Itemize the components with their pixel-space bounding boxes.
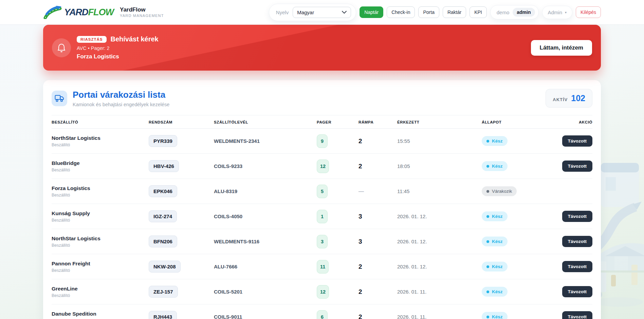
supplier-name: Pannon Freight	[52, 261, 149, 267]
depart-button[interactable]: Távozott	[562, 161, 593, 172]
status-dot-icon	[486, 190, 489, 193]
plate-chip: IGZ-274	[149, 210, 177, 222]
pager-chip: 12	[317, 285, 329, 299]
alert-banner: RIASZTÁS Behívást kérek AVC • Pager: 2 F…	[43, 25, 601, 71]
status-label: Kész	[492, 239, 503, 244]
depart-button[interactable]: Távozott	[562, 286, 593, 297]
alert-meta: AVC • Pager: 2	[77, 45, 159, 51]
col-arrived: ÉRKEZETT	[397, 120, 482, 124]
table-row: GreenLine Beszállító ZEJ-157 COILS-5201 …	[52, 279, 592, 304]
language-select[interactable]: Magyar	[293, 7, 351, 18]
col-delivery-note: SZÁLLÍTÓLEVÉL	[214, 120, 317, 124]
status-label: Várakozik	[492, 189, 512, 194]
pager-chip: 6	[317, 310, 328, 319]
ramp-number: —	[358, 188, 397, 194]
page-title: Portai várakozási lista	[73, 90, 169, 100]
user-role-badge: admin	[513, 8, 535, 17]
user-pill: demo admin	[490, 5, 539, 19]
arrived-time: 2026. 01. 12.	[397, 239, 482, 244]
delivery-note: COILS-4050	[214, 213, 317, 219]
supplier-sublabel: Beszállító	[52, 293, 149, 298]
status-label: Kész	[492, 214, 503, 219]
supplier-sublabel: Beszállító	[52, 243, 149, 248]
supplier-name: NorthStar Logistics	[52, 135, 149, 141]
nav-gate-button[interactable]: Porta	[418, 6, 439, 18]
nav-checkin-button[interactable]: Check-in	[387, 6, 415, 18]
plate-chip: EPK046	[149, 185, 177, 197]
supplier-sublabel: Beszállító	[52, 268, 149, 273]
status-dot-icon	[486, 290, 489, 293]
status-badge: Kész	[482, 262, 508, 271]
ramp-number: 2	[358, 313, 397, 319]
top-header: YARDFLOW YardFlow YARD MANAGEMENT Nyelv …	[0, 0, 644, 24]
bell-icon	[52, 38, 71, 57]
supplier-name: Kunság Supply	[52, 210, 149, 217]
status-badge: Kész	[482, 287, 508, 297]
status-label: Kész	[492, 264, 503, 269]
status-badge: Kész	[482, 136, 508, 146]
alert-acknowledge-button[interactable]: Láttam, intézem	[531, 40, 592, 56]
caret-down-icon: ▾	[565, 11, 567, 14]
pager-chip: 1	[317, 210, 328, 223]
ramp-number: 3	[358, 213, 397, 220]
col-plate: RENDSZÁM	[149, 120, 214, 124]
plate-chip: HBV-426	[149, 160, 179, 172]
delivery-note: COILS-9233	[214, 163, 317, 169]
supplier-name: Forza Logistics	[52, 185, 149, 191]
depart-button[interactable]: Távozott	[562, 135, 593, 147]
depart-button[interactable]: Távozott	[562, 261, 593, 272]
status-dot-icon	[486, 165, 489, 168]
arrived-time: 2026. 01. 12.	[397, 213, 482, 219]
status-badge: Kész	[482, 312, 508, 319]
language-pill: Nyelv Magyar	[269, 4, 356, 21]
waiting-list-card: Portai várakozási lista Kamionok és beha…	[43, 80, 601, 319]
supplier-sublabel: Beszállító	[52, 168, 149, 172]
nav-warehouse-button[interactable]: Raktár	[443, 6, 466, 18]
delivery-note: ALU-7666	[214, 264, 317, 269]
language-selected: Magyar	[297, 10, 314, 15]
plate-chip: NKW-208	[149, 261, 181, 273]
delivery-note: ALU-8319	[214, 188, 317, 194]
supplier-name: Danube Spedition	[52, 311, 149, 317]
logout-button[interactable]: Kilépés	[576, 6, 601, 18]
brand-logo[interactable]: YARDFLOW YardFlow YARD MANAGEMENT	[43, 5, 164, 19]
ramp-number: 2	[358, 137, 397, 145]
app-subtitle: YARD MANAGEMENT	[120, 14, 164, 18]
arrived-time: 2026. 01. 11.	[397, 289, 482, 295]
delivery-note: WELDMENTS-9116	[214, 239, 317, 244]
arrived-time: 2026. 01. 12.	[397, 264, 482, 269]
depart-button[interactable]: Távozott	[562, 236, 593, 247]
table-row: Danube Spedition Beszállító RJH443 COILS…	[52, 304, 592, 319]
pager-chip: 3	[317, 235, 328, 248]
alert-type-badge: RIASZTÁS	[77, 36, 107, 43]
plate-chip: RJH443	[149, 311, 177, 319]
alert-title: Behívást kérek	[111, 35, 159, 43]
admin-menu-label: Admin	[548, 10, 563, 15]
ramp-number: 2	[358, 263, 397, 270]
table-row: NorthStar Logistics Beszállító BFN206 WE…	[52, 229, 592, 254]
supplier-sublabel: Beszállító	[52, 143, 149, 147]
nav-kpi-button[interactable]: KPI	[470, 6, 487, 18]
pager-chip: 9	[317, 134, 328, 148]
table-row: NorthStar Logistics Beszállító PYR339 WE…	[52, 129, 592, 154]
supplier-sublabel: Beszállító	[52, 193, 149, 198]
delivery-note: WELDMENTS-2341	[214, 138, 317, 144]
active-count: 102	[571, 93, 585, 103]
admin-menu[interactable]: Admin ▾	[542, 6, 573, 19]
nav-calendar-button[interactable]: Naptár	[360, 6, 383, 18]
table-header-row: BESZÁLLÍTÓ RENDSZÁM SZÁLLÍTÓLEVÉL PAGER …	[52, 115, 592, 129]
status-dot-icon	[486, 240, 489, 243]
plate-chip: BFN206	[149, 236, 177, 247]
status-dot-icon	[486, 265, 489, 268]
col-action: AKCIÓ	[561, 120, 592, 124]
status-label: Kész	[492, 164, 503, 169]
status-dot-icon	[486, 140, 489, 143]
pager-chip: 5	[317, 185, 328, 198]
col-status: ÁLLAPOT	[482, 120, 561, 124]
ramp-number: 3	[358, 238, 397, 245]
supplier-name: BlueBridge	[52, 160, 149, 166]
status-label: Kész	[492, 138, 503, 144]
arrived-time: 18:05	[397, 163, 482, 169]
depart-button[interactable]: Távozott	[562, 311, 593, 319]
depart-button[interactable]: Távozott	[562, 211, 593, 222]
